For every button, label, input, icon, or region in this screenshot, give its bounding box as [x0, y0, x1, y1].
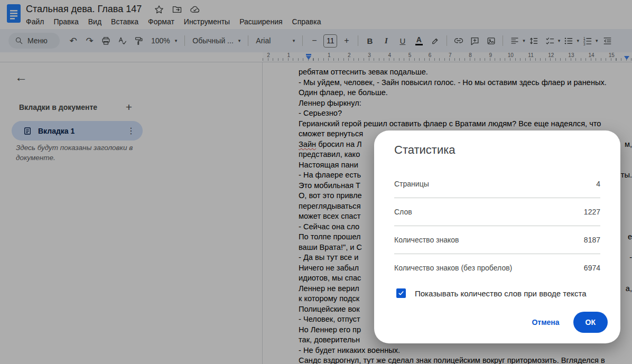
checkbox-label: Показывать количество слов при вводе тек… [415, 289, 587, 298]
word-count-dialog: Статистика Страницы 4 Слов 1227 Количест… [374, 130, 620, 343]
stats-rows: Страницы 4 Слов 1227 Количество знаков 8… [394, 170, 600, 282]
show-word-count-checkbox[interactable] [396, 288, 406, 298]
check-icon [398, 290, 404, 296]
google-docs-window: Стальная дева. Глава 147 ФайлПравкаВидВс… [0, 0, 632, 364]
stat-value: 4 [596, 180, 600, 188]
dialog-title: Статистика [394, 143, 600, 157]
stat-label: Слов [394, 208, 412, 216]
stat-row: Слов 1227 [394, 198, 600, 226]
stat-row: Страницы 4 [394, 170, 600, 198]
cancel-button[interactable]: Отмена [523, 313, 568, 332]
stat-label: Количество знаков (без пробелов) [394, 264, 512, 272]
stat-label: Страницы [394, 180, 429, 188]
stat-label: Количество знаков [394, 236, 459, 244]
stat-value: 6974 [584, 264, 600, 272]
stat-value: 8187 [584, 236, 600, 244]
stat-row: Количество знаков 8187 [394, 226, 600, 254]
checkbox-row: Показывать количество слов при вводе тек… [396, 288, 600, 298]
stat-row: Количество знаков (без пробелов) 6974 [394, 254, 600, 282]
dialog-buttons: Отмена ОК [523, 312, 608, 333]
stat-value: 1227 [584, 208, 600, 216]
ok-button[interactable]: ОК [573, 312, 608, 333]
